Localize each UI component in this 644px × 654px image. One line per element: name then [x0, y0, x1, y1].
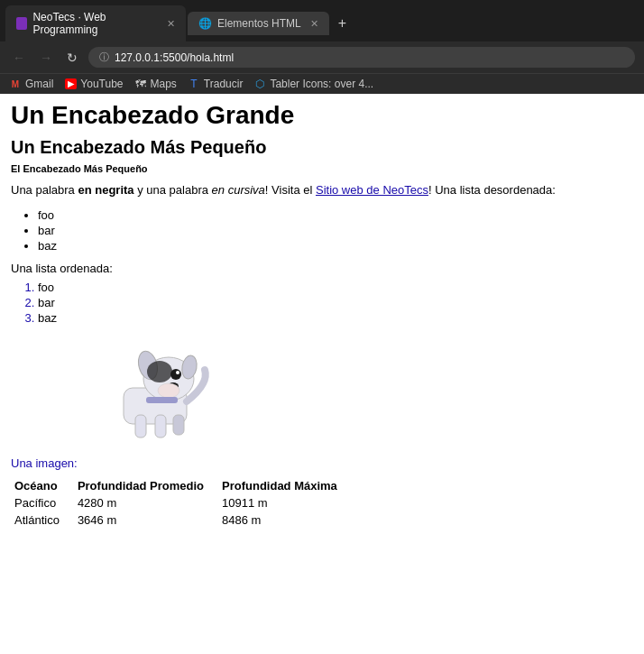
tab-close-button[interactable]: ✕: [167, 18, 175, 30]
dog-image: [83, 334, 227, 451]
bookmark-maps[interactable]: 🗺 Maps: [134, 78, 177, 90]
table-cell-avg-depth: 3646 m: [74, 511, 218, 529]
heading-2: Un Encabezado Más Pequeño: [11, 137, 633, 158]
back-button[interactable]: ←: [9, 49, 29, 67]
tab-elementos[interactable]: 🌐 Elementos HTML ✕: [188, 12, 329, 35]
page-content: Un Encabezado Grande Un Encabezado Más P…: [0, 94, 644, 617]
youtube-icon: ▶: [64, 78, 77, 90]
intro-paragraph: Una palabra en negrita y una palabra en …: [11, 181, 633, 199]
heading-1: Un Encabezado Grande: [11, 101, 633, 130]
neotecs-favicon-icon: [16, 17, 27, 30]
image-label: Una imagen:: [11, 456, 633, 470]
globe-favicon-icon: 🌐: [198, 17, 212, 30]
svg-point-8: [147, 361, 172, 382]
address-bar[interactable]: ⓘ 127.0.0.1:5500/hola.html: [88, 47, 635, 68]
list-item: bar: [38, 224, 633, 237]
table-header-avg-depth: Profundidad Promedio: [74, 477, 218, 494]
new-tab-button[interactable]: +: [331, 12, 354, 35]
svg-rect-10: [155, 415, 166, 438]
svg-rect-9: [135, 415, 146, 438]
browser-chrome: NeoTecs · Web Programming ✕ 🌐 Elementos …: [0, 0, 644, 617]
bold-word: en negrita: [78, 183, 133, 197]
bookmark-tabler[interactable]: ⬡ Tabler Icons: over 4...: [253, 78, 373, 90]
table-header-ocean: Océano: [11, 477, 74, 494]
ordered-list-item: bar: [38, 296, 633, 309]
list-item: baz: [38, 239, 633, 253]
nav-bar: ← → ↻ ⓘ 127.0.0.1:5500/hola.html: [0, 41, 644, 73]
table-cell-avg-depth: 4280 m: [74, 494, 218, 511]
tab-neotecs[interactable]: NeoTecs · Web Programming ✕: [5, 5, 186, 41]
reload-button[interactable]: ↻: [63, 49, 81, 67]
unordered-list: foo bar baz: [38, 208, 633, 253]
neotecs-link[interactable]: Sitio web de NeoTecs: [316, 183, 428, 197]
lock-icon: ⓘ: [99, 51, 109, 64]
table-cell-max-depth: 10911 m: [218, 494, 352, 511]
bookmark-maps-label: Maps: [151, 78, 177, 90]
bookmark-youtube[interactable]: ▶ YouTube: [64, 78, 123, 90]
gmail-icon: M: [9, 78, 22, 90]
ordered-list-item: baz: [38, 311, 633, 325]
svg-point-5: [176, 371, 179, 374]
italic-word: en cursiva: [212, 183, 265, 197]
table-cell-ocean: Pacífico: [11, 494, 74, 511]
table-cell-ocean: Atlántico: [11, 511, 74, 529]
forward-button[interactable]: →: [36, 49, 56, 67]
table-row: Pacífico 4280 m 10911 m: [11, 494, 352, 511]
list-item: foo: [38, 208, 633, 222]
svg-point-7: [158, 383, 179, 398]
ocean-table: Océano Profundidad Promedio Profundidad …: [11, 477, 352, 529]
tab-bar: NeoTecs · Web Programming ✕ 🌐 Elementos …: [0, 0, 644, 41]
heading-6: El Encabezado Más Pequeño: [11, 163, 633, 174]
ordered-list-item: foo: [38, 281, 633, 294]
tab-elementos-close-button[interactable]: ✕: [310, 18, 318, 30]
ordered-list: foo bar baz: [38, 281, 633, 325]
paragraph-text-3: ! Visita el: [265, 183, 316, 197]
ordered-list-label: Una lista ordenada:: [11, 262, 633, 275]
svg-rect-12: [146, 397, 178, 403]
maps-icon: 🗺: [134, 78, 147, 90]
bookmark-translate-label: Traducir: [204, 78, 244, 90]
tab-elementos-label: Elementos HTML: [217, 17, 301, 30]
paragraph-text-1: Una palabra: [11, 183, 78, 197]
tabler-icon: ⬡: [253, 78, 266, 90]
bookmark-gmail-label: Gmail: [25, 78, 53, 90]
url-text: 127.0.0.1:5500/hola.html: [115, 51, 234, 64]
bookmark-tabler-label: Tabler Icons: over 4...: [270, 78, 373, 90]
svg-rect-11: [173, 415, 184, 435]
table-row: Atlántico 3646 m 8486 m: [11, 511, 352, 529]
translate-icon: T: [188, 78, 200, 90]
bookmark-gmail[interactable]: M Gmail: [9, 78, 53, 90]
paragraph-text-4: ! Una lista desordenada:: [428, 183, 556, 197]
bookmark-translate[interactable]: T Traducir: [188, 78, 244, 90]
table-cell-max-depth: 8486 m: [218, 511, 352, 529]
paragraph-text-2: y una palabra: [134, 183, 212, 197]
table-header-max-depth: Profundidad Máxima: [218, 477, 352, 494]
tab-neotecs-label: NeoTecs · Web Programming: [32, 11, 158, 36]
bookmarks-bar: M Gmail ▶ YouTube 🗺 Maps T Traducir ⬡ Ta…: [0, 73, 644, 94]
bookmark-youtube-label: YouTube: [80, 78, 123, 90]
